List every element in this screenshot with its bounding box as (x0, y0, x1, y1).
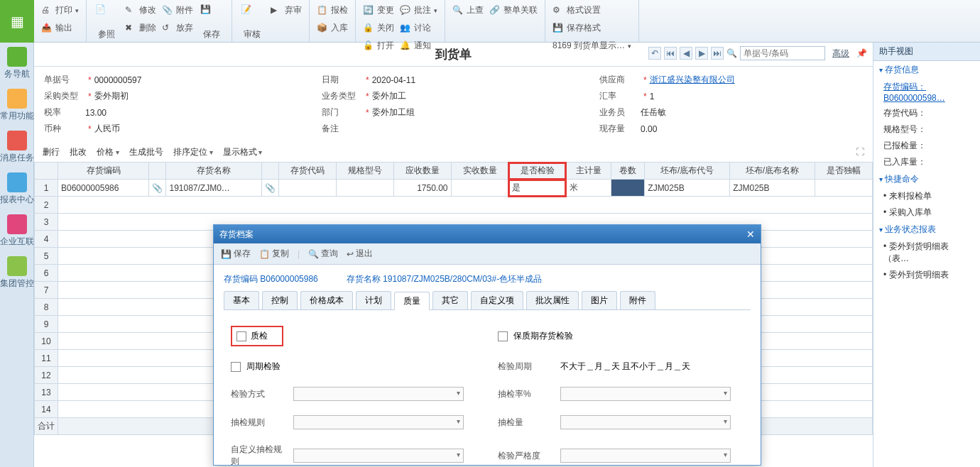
quick-link-2[interactable]: 采购入库单 (873, 204, 980, 221)
doc-search-input[interactable] (740, 46, 825, 60)
tab-price[interactable]: 价格成本 (300, 291, 353, 309)
discuss-button[interactable]: 👥讨论 (397, 21, 440, 35)
sidebar-group[interactable]: 集团管控 (0, 252, 34, 294)
sample-rate-combo[interactable] (560, 387, 731, 401)
tab-custom[interactable]: 自定义项 (471, 291, 523, 309)
clip-icon[interactable]: 📎 (152, 183, 163, 193)
dialog-title: 存货档案 (219, 229, 254, 241)
sidebar-connect[interactable]: 企业互联 (0, 210, 34, 252)
custom-rule-combo[interactable] (293, 449, 464, 463)
gen-batch-button[interactable]: 生成批号 (129, 146, 163, 158)
dlg-save-button[interactable]: 💾 保存 (221, 248, 251, 260)
sidebar-nav[interactable]: 务导航 (0, 43, 34, 84)
grid-expand-icon[interactable]: ⛶ (856, 147, 864, 157)
nav-last[interactable]: ⏭ (711, 47, 724, 60)
tab-image[interactable]: 图片 (582, 291, 617, 309)
sample-rule-combo[interactable] (293, 415, 464, 429)
shelf-checkbox[interactable] (498, 331, 508, 341)
status-link-2[interactable]: 委外到货明细表 (873, 267, 980, 283)
strictness-combo[interactable] (560, 449, 731, 463)
abandon-button[interactable]: ↺放弃 (159, 21, 196, 35)
doc-title: 到货单 (435, 46, 472, 62)
ribbon: 🖨打印▾ 📤输出 📄参照 ✎修改 ✖删除 📎附件 ↺放弃 💾保存 📝审核 ▶弃审 (34, 0, 980, 42)
format-button[interactable]: ⚙格式设置 (550, 3, 634, 18)
assistant-panel: 助手视图 存货信息 存货编码：B0600000598… 存货代码： 规格型号： … (873, 43, 980, 467)
audit-button[interactable]: 📝审核 (236, 3, 268, 42)
tab-batch[interactable]: 批次属性 (526, 291, 579, 309)
sample-qty-combo[interactable] (560, 415, 731, 429)
section-status[interactable]: 业务状态报表 (873, 221, 980, 238)
form-header: 单据号*0000000597 日期*2020-04-11 供应商*浙江盛兴染整有… (34, 67, 873, 142)
section-inventory[interactable]: 存货信息 (873, 61, 980, 79)
close-button[interactable]: 🔒关闭 (360, 21, 397, 35)
check-column-header: 是否检验 (508, 163, 566, 180)
grid-toolbar: 删行 批改 价格 生成批号 排序定位 显示格式 ⛶ (34, 142, 873, 162)
qc-checkbox[interactable] (236, 331, 246, 341)
dlg-inv-code: B06000005986 (260, 274, 317, 284)
search-icon: 🔍 (726, 48, 737, 58)
nav-prev[interactable]: ◀ (680, 47, 692, 60)
quick-link-1[interactable]: 来料报检单 (873, 188, 980, 204)
sidebar-msg[interactable]: 消息任务 (0, 126, 34, 168)
change-button[interactable]: 🔄变更 (360, 3, 397, 18)
tab-quality[interactable]: 质量 (394, 292, 430, 310)
dlg-copy-button[interactable]: 📋 复制 (259, 248, 289, 260)
assistant-title: 助手视图 (873, 43, 980, 61)
display-dropdown[interactable]: 显示格式 (223, 146, 263, 158)
tab-plan[interactable]: 计划 (356, 291, 391, 309)
nav-first[interactable]: ⏮ (664, 47, 677, 60)
inventory-dialog: 存货档案 ✕ 💾 保存 📋 复制 | 🔍 查询 ↩ 退出 存货编码 B06000… (213, 224, 761, 466)
prev-query-button[interactable]: 🔍上查 (450, 3, 486, 18)
supplier-link[interactable]: 浙江盛兴染整有限公司 (650, 74, 735, 86)
status-link-1[interactable]: 委外到货明细表（表… (873, 238, 980, 267)
modify-button[interactable]: ✎修改 (122, 3, 159, 18)
sidebar-report[interactable]: 报表中心 (0, 168, 34, 210)
tab-control[interactable]: 控制 (262, 291, 298, 309)
batchnote-button[interactable]: 💬批注▾ (397, 3, 440, 18)
price-dropdown[interactable]: 价格 (97, 146, 119, 158)
tab-other[interactable]: 其它 (432, 291, 468, 309)
reference-button[interactable]: 📄参照 (91, 3, 122, 42)
del-row-button[interactable]: 删行 (43, 146, 60, 158)
qc-highlight: 质检 (231, 326, 283, 346)
instock-button[interactable]: 📦入库 (314, 21, 351, 35)
sidebar-fav[interactable]: 常用功能 (0, 84, 34, 126)
date-value: 2020-04-11 (372, 75, 415, 85)
attach-button[interactable]: 📎附件 (159, 3, 196, 18)
period-checkbox[interactable] (231, 362, 241, 372)
batch-edit-button[interactable]: 批改 (70, 146, 87, 158)
tab-basic[interactable]: 基本 (224, 291, 259, 309)
dlg-inv-name: 191087/ZJM025B/280CM/03#-色坯半成品 (383, 274, 542, 284)
save-button[interactable]: 💾保存 (196, 3, 227, 42)
tab-attach[interactable]: 附件 (620, 291, 655, 309)
audit-fwd-button[interactable]: ▶弃审 (268, 3, 305, 18)
doc-no-value: 0000000597 (94, 75, 142, 85)
clip-icon[interactable]: 📎 (265, 183, 276, 193)
nav-undo[interactable]: ↶ (648, 47, 661, 60)
check-cell: 是 (508, 180, 566, 197)
sort-dropdown[interactable]: 排序定位 (173, 146, 213, 158)
left-sidebar: 务导航 常用功能 消息任务 报表中心 企业互联 集团管控 (0, 43, 34, 467)
report-check-button[interactable]: 📋报检 (314, 3, 351, 18)
advanced-link[interactable]: 高级 (832, 48, 849, 60)
section-quick[interactable]: 快捷命令 (873, 170, 980, 188)
app-logo: ▦ (0, 0, 34, 43)
dialog-tabs: 基本 控制 价格成本 计划 质量 其它 自定义项 批次属性 图片 附件 (224, 291, 751, 310)
link-button[interactable]: 🔗整单关联 (486, 3, 540, 18)
pin-icon[interactable]: 📌 (856, 48, 867, 58)
inv-code-link[interactable]: 存货编码：B0600000598… (883, 82, 945, 103)
print-button[interactable]: 🖨打印▾ (38, 3, 82, 18)
check-method-combo[interactable] (293, 387, 464, 401)
save-format-button[interactable]: 💾保存格式 (550, 21, 634, 35)
nav-next[interactable]: ▶ (695, 47, 708, 60)
table-row[interactable]: 1 B06000005986📎 191087/ZJM0…📎 1750.00 是 … (35, 180, 873, 197)
dialog-close-icon[interactable]: ✕ (746, 229, 755, 240)
dlg-query-button[interactable]: 🔍 查询 (308, 248, 338, 260)
dlg-exit-button[interactable]: ↩ 退出 (347, 248, 373, 260)
delete-button[interactable]: ✖删除 (122, 21, 159, 35)
output-button[interactable]: 📤输出 (38, 21, 82, 35)
